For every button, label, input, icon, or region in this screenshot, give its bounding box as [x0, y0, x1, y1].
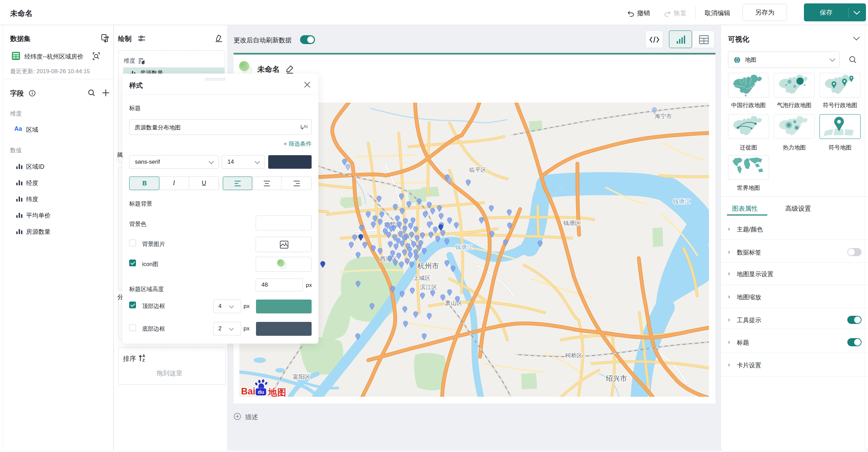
svg-text:钱塘江: 钱塘江: [455, 244, 473, 250]
svg-text:杭州市: 杭州市: [417, 262, 439, 270]
svg-text:海宁市: 海宁市: [655, 113, 672, 120]
svg-text:临平区: 临平区: [469, 167, 487, 173]
svg-text:AI: AI: [303, 124, 308, 129]
svg-text:柯桥区: 柯桥区: [565, 352, 583, 359]
svg-text:萧山区: 萧山区: [445, 300, 462, 306]
svg-text:绍兴市: 绍兴市: [606, 374, 627, 382]
svg-text:上城区: 上城区: [413, 275, 431, 281]
svg-text:钱塘区: 钱塘区: [563, 220, 581, 226]
svg-text:钱塘江: 钱塘江: [673, 198, 690, 205]
svg-text:滨江区: 滨江区: [420, 284, 437, 290]
svg-text:富阳区: 富阳区: [293, 374, 310, 380]
